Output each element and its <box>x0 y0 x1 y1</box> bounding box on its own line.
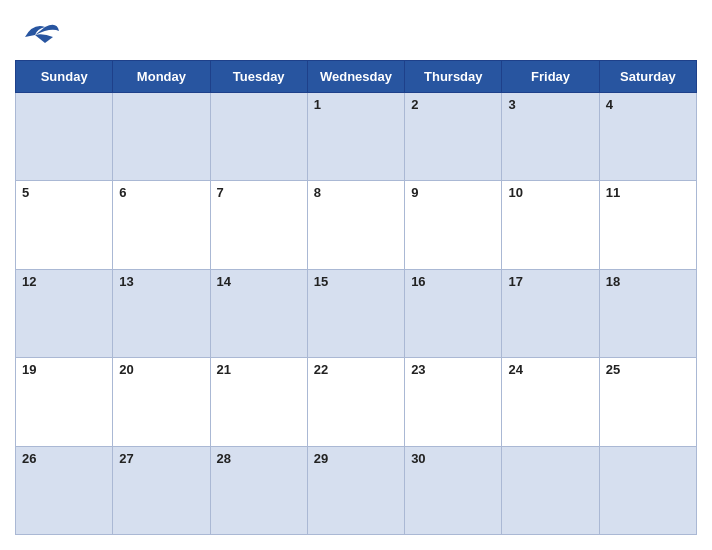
day-number: 25 <box>606 362 620 377</box>
calendar-day-25: 25 <box>599 358 696 446</box>
calendar-header-row: SundayMondayTuesdayWednesdayThursdayFrid… <box>16 61 697 93</box>
weekday-header-sunday: Sunday <box>16 61 113 93</box>
calendar-week-1: 1234 <box>16 93 697 181</box>
calendar-day-2: 2 <box>405 93 502 181</box>
calendar-day-9: 9 <box>405 181 502 269</box>
calendar-day-10: 10 <box>502 181 599 269</box>
calendar-day-18: 18 <box>599 269 696 357</box>
calendar-day-8: 8 <box>307 181 404 269</box>
calendar-body: 1234567891011121314151617181920212223242… <box>16 93 697 535</box>
weekday-header-tuesday: Tuesday <box>210 61 307 93</box>
day-number: 13 <box>119 274 133 289</box>
day-number: 3 <box>508 97 515 112</box>
calendar-header <box>15 10 697 52</box>
calendar-day-17: 17 <box>502 269 599 357</box>
calendar-day-14: 14 <box>210 269 307 357</box>
day-number: 24 <box>508 362 522 377</box>
calendar-day-4: 4 <box>599 93 696 181</box>
weekday-header-wednesday: Wednesday <box>307 61 404 93</box>
calendar-day-11: 11 <box>599 181 696 269</box>
day-number: 9 <box>411 185 418 200</box>
calendar-day-28: 28 <box>210 446 307 534</box>
calendar-day-12: 12 <box>16 269 113 357</box>
calendar-day-24: 24 <box>502 358 599 446</box>
day-number: 7 <box>217 185 224 200</box>
day-number: 20 <box>119 362 133 377</box>
weekday-header-friday: Friday <box>502 61 599 93</box>
calendar-day-6: 6 <box>113 181 210 269</box>
calendar-day-1: 1 <box>307 93 404 181</box>
calendar-day-empty <box>16 93 113 181</box>
calendar-day-empty <box>502 446 599 534</box>
day-number: 23 <box>411 362 425 377</box>
calendar-day-21: 21 <box>210 358 307 446</box>
day-number: 29 <box>314 451 328 466</box>
calendar-table: SundayMondayTuesdayWednesdayThursdayFrid… <box>15 60 697 535</box>
calendar-day-22: 22 <box>307 358 404 446</box>
calendar-day-19: 19 <box>16 358 113 446</box>
calendar-day-5: 5 <box>16 181 113 269</box>
day-number: 28 <box>217 451 231 466</box>
calendar-day-13: 13 <box>113 269 210 357</box>
day-number: 17 <box>508 274 522 289</box>
day-number: 12 <box>22 274 36 289</box>
calendar-day-29: 29 <box>307 446 404 534</box>
day-number: 1 <box>314 97 321 112</box>
day-number: 5 <box>22 185 29 200</box>
day-number: 19 <box>22 362 36 377</box>
logo-icon <box>15 15 65 47</box>
calendar-day-27: 27 <box>113 446 210 534</box>
calendar-day-empty <box>599 446 696 534</box>
calendar-week-4: 19202122232425 <box>16 358 697 446</box>
calendar-day-empty <box>113 93 210 181</box>
day-number: 11 <box>606 185 620 200</box>
day-number: 6 <box>119 185 126 200</box>
weekday-header-saturday: Saturday <box>599 61 696 93</box>
day-number: 30 <box>411 451 425 466</box>
day-number: 16 <box>411 274 425 289</box>
weekday-header-thursday: Thursday <box>405 61 502 93</box>
day-number: 4 <box>606 97 613 112</box>
calendar-day-26: 26 <box>16 446 113 534</box>
logo <box>15 15 65 47</box>
calendar-day-16: 16 <box>405 269 502 357</box>
calendar-day-7: 7 <box>210 181 307 269</box>
day-number: 18 <box>606 274 620 289</box>
calendar-day-15: 15 <box>307 269 404 357</box>
day-number: 21 <box>217 362 231 377</box>
calendar-day-3: 3 <box>502 93 599 181</box>
day-number: 10 <box>508 185 522 200</box>
day-number: 15 <box>314 274 328 289</box>
weekday-header-monday: Monday <box>113 61 210 93</box>
calendar-day-20: 20 <box>113 358 210 446</box>
day-number: 27 <box>119 451 133 466</box>
calendar-week-3: 12131415161718 <box>16 269 697 357</box>
day-number: 22 <box>314 362 328 377</box>
day-number: 14 <box>217 274 231 289</box>
calendar-week-2: 567891011 <box>16 181 697 269</box>
day-number: 8 <box>314 185 321 200</box>
calendar-week-5: 2627282930 <box>16 446 697 534</box>
calendar-day-empty <box>210 93 307 181</box>
day-number: 2 <box>411 97 418 112</box>
day-number: 26 <box>22 451 36 466</box>
calendar-day-30: 30 <box>405 446 502 534</box>
calendar-day-23: 23 <box>405 358 502 446</box>
